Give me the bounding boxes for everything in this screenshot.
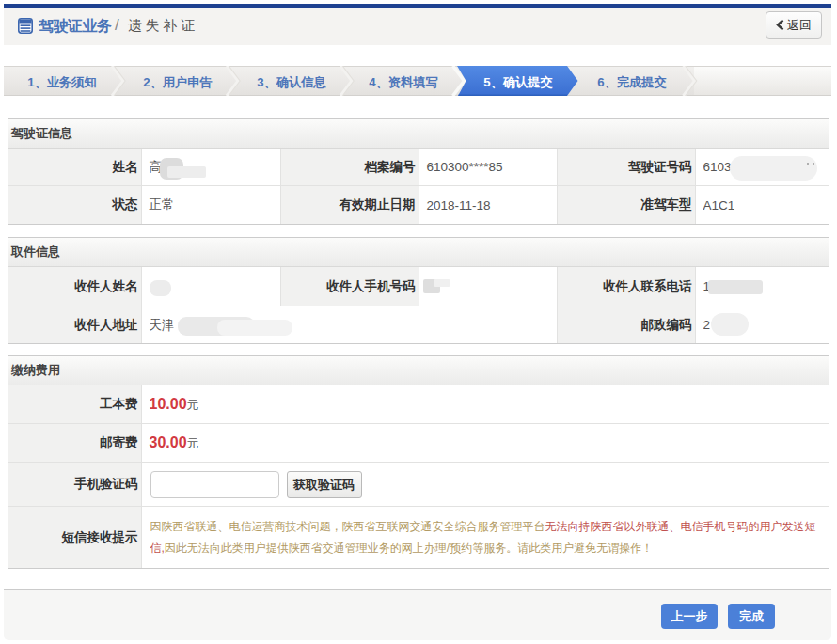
svg-text:1、业务须知: 1、业务须知 — [27, 75, 96, 89]
svg-text:6、完成提交: 6、完成提交 — [597, 75, 667, 89]
svg-text:3、确认信息: 3、确认信息 — [257, 75, 326, 89]
svg-text:4、资料填写: 4、资料填写 — [369, 75, 437, 89]
svg-text:5、确认提交: 5、确认提交 — [483, 75, 553, 89]
svg-text:2、用户申告: 2、用户申告 — [143, 75, 212, 89]
